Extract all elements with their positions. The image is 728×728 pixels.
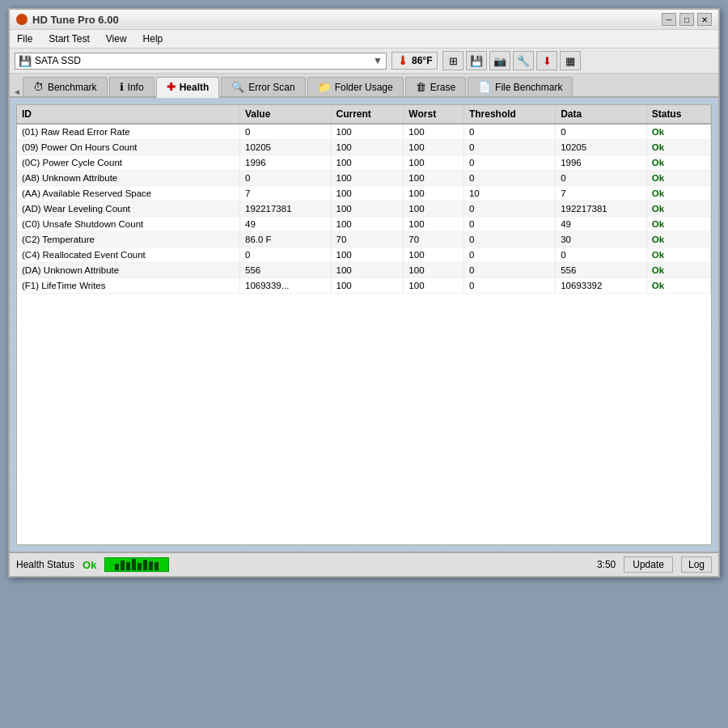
health-bar-1 <box>115 564 119 570</box>
col-header-threshold: Threshold <box>463 105 555 124</box>
tab-health[interactable]: ✚ Health <box>156 77 220 98</box>
cell-current: 100 <box>331 124 404 140</box>
cell-data: 7 <box>556 186 647 201</box>
cell-threshold: 10 <box>463 186 555 201</box>
tab-info[interactable]: ℹ Info <box>109 77 154 96</box>
info-button[interactable]: 🔧 <box>513 51 534 70</box>
table-header-row: ID Value Current Worst Threshold Data St… <box>17 105 711 124</box>
extra-button[interactable]: ▦ <box>560 51 581 70</box>
smart-table: ID Value Current Worst Threshold Data St… <box>17 105 711 294</box>
cell-worst: 100 <box>404 248 464 263</box>
menu-start-test[interactable]: Start Test <box>46 32 91 45</box>
cell-id: (DA) Unknown Attribute <box>17 263 239 278</box>
cell-data: 556 <box>556 263 647 278</box>
empty-space <box>17 294 711 544</box>
cell-id: (C4) Reallocated Event Count <box>17 248 239 263</box>
cell-data: 192217381 <box>556 201 647 217</box>
tab-benchmark[interactable]: ⏱ Benchmark <box>23 77 108 96</box>
info-tab-icon: ℹ <box>120 81 124 93</box>
cell-threshold: 0 <box>463 201 555 217</box>
update-button[interactable]: Update <box>624 557 673 573</box>
cell-worst: 100 <box>404 263 464 278</box>
save-button[interactable]: 💾 <box>466 51 487 70</box>
cell-current: 100 <box>331 171 404 186</box>
main-window: HD Tune Pro 6.00 ─ □ ✕ File Start Test V… <box>8 8 720 578</box>
tab-info-label: Info <box>128 82 144 93</box>
folder-usage-icon: 📁 <box>318 81 331 93</box>
tab-erase[interactable]: 🗑 Erase <box>405 77 466 96</box>
tab-folder-usage[interactable]: 📁 Folder Usage <box>307 77 404 96</box>
cell-id: (01) Raw Read Error Rate <box>17 124 239 140</box>
toolbar-icons: ⊞ 💾 📷 🔧 ⬇ ▦ <box>442 51 581 70</box>
cell-id: (F1) LifeTime Writes <box>17 278 239 294</box>
cell-id: (C2) Temperature <box>17 232 239 248</box>
drive-icon: 💾 <box>19 55 32 67</box>
app-icon <box>16 14 28 25</box>
health-bar-7 <box>149 561 153 570</box>
cell-data: 0 <box>556 124 647 140</box>
cell-current: 100 <box>331 248 404 263</box>
cell-status: Ok <box>646 278 710 294</box>
cell-value: 49 <box>239 217 331 232</box>
file-benchmark-icon: 📄 <box>478 81 491 93</box>
cell-value: 0 <box>239 171 331 186</box>
table-row: (C4) Reallocated Event Count 0 100 100 0… <box>17 248 711 263</box>
cell-threshold: 0 <box>463 263 555 278</box>
col-header-status: Status <box>646 105 710 124</box>
close-button[interactable]: ✕ <box>697 13 712 26</box>
cell-data: 0 <box>556 171 647 186</box>
benchmark-icon: ⏱ <box>33 81 44 93</box>
menu-bar: File Start Test View Help <box>10 30 718 49</box>
cell-status: Ok <box>646 201 710 217</box>
tab-file-benchmark[interactable]: 📄 File Benchmark <box>468 77 573 96</box>
cell-threshold: 0 <box>463 171 555 186</box>
menu-file[interactable]: File <box>15 32 35 45</box>
cell-threshold: 0 <box>463 140 555 155</box>
cell-worst: 100 <box>404 124 464 140</box>
tab-error-scan[interactable]: 🔍 Error Scan <box>221 77 305 96</box>
cell-status: Ok <box>646 155 710 171</box>
cell-worst: 100 <box>404 171 464 186</box>
health-bar-3 <box>126 562 130 570</box>
cell-current: 100 <box>331 263 404 278</box>
cell-value: 86.0 F <box>239 232 331 248</box>
col-header-current: Current <box>331 105 404 124</box>
table-row: (C0) Unsafe Shutdown Count 49 100 100 0 … <box>17 217 711 232</box>
cell-threshold: 0 <box>463 248 555 263</box>
temperature-value: 86°F <box>412 55 432 66</box>
cell-worst: 100 <box>404 201 464 217</box>
drive-selector[interactable]: 💾 SATA SSD ▼ <box>15 53 387 70</box>
cell-worst: 70 <box>404 232 464 248</box>
cell-current: 70 <box>331 232 404 248</box>
cell-threshold: 0 <box>463 155 555 171</box>
erase-icon: 🗑 <box>416 81 426 93</box>
table-row: (A8) Unknown Attribute 0 100 100 0 0 Ok <box>17 171 711 186</box>
health-icon: ✚ <box>167 81 176 93</box>
menu-view[interactable]: View <box>104 32 129 45</box>
tab-error-scan-label: Error Scan <box>248 82 294 93</box>
cell-worst: 100 <box>404 186 464 201</box>
health-bar-6 <box>143 560 147 570</box>
time-display: 3:50 <box>597 559 616 570</box>
copy-button[interactable]: ⊞ <box>442 51 463 70</box>
menu-help[interactable]: Help <box>141 32 166 45</box>
cell-id: (C0) Unsafe Shutdown Count <box>17 217 239 232</box>
camera-button[interactable]: 📷 <box>489 51 510 70</box>
download-button[interactable]: ⬇ <box>536 51 557 70</box>
tab-benchmark-label: Benchmark <box>48 82 97 93</box>
thermometer-icon: 🌡 <box>397 54 408 67</box>
cell-status: Ok <box>646 232 710 248</box>
tab-folder-usage-label: Folder Usage <box>335 82 393 93</box>
minimize-button[interactable]: ─ <box>662 13 676 26</box>
cell-current: 100 <box>331 217 404 232</box>
table-row: (01) Raw Read Error Rate 0 100 100 0 0 O… <box>17 124 711 140</box>
cell-status: Ok <box>646 186 710 201</box>
maximize-button[interactable]: □ <box>679 13 694 26</box>
table-row: (AA) Available Reserved Space 7 100 100 … <box>17 186 711 201</box>
tab-scroll-left[interactable]: ◄ <box>13 87 21 96</box>
tab-file-benchmark-label: File Benchmark <box>495 82 562 93</box>
log-button[interactable]: Log <box>681 557 712 573</box>
cell-status: Ok <box>646 217 710 232</box>
col-header-value: Value <box>239 105 331 124</box>
title-controls: ─ □ ✕ <box>662 13 712 26</box>
